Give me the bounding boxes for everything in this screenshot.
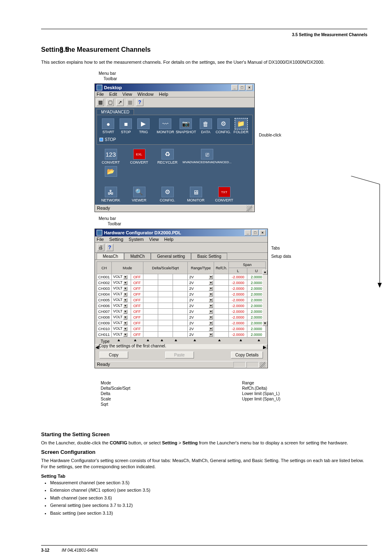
path-icon[interactable]: ⎚MVADVANCED\MVADVANCED... bbox=[182, 149, 232, 164]
toolbar-button[interactable]: ▢ bbox=[106, 99, 114, 106]
cell-range[interactable]: 2V▼ bbox=[188, 326, 214, 332]
cell-off[interactable]: OFF bbox=[131, 297, 143, 303]
cell-mode[interactable]: VOLT▼ bbox=[112, 320, 131, 326]
cell-span-l[interactable]: -2.0000 bbox=[229, 314, 247, 320]
cell-delta[interactable]: DELTA bbox=[143, 274, 158, 280]
config-icon[interactable]: ⚙CONFIG. bbox=[215, 118, 231, 134]
cell-off[interactable]: OFF bbox=[131, 280, 143, 286]
cell-delta[interactable]: DELTA bbox=[143, 309, 158, 314]
cell-delta[interactable]: DELTA bbox=[143, 280, 158, 286]
cell-scale[interactable]: SCALE bbox=[158, 286, 173, 291]
cell-range[interactable]: 2V▼ bbox=[188, 274, 214, 280]
network-icon[interactable]: 🖧NETWORK bbox=[97, 187, 124, 202]
cell-mode[interactable]: VOLT▼ bbox=[112, 314, 131, 320]
cell-sqrt[interactable]: SQRT bbox=[173, 280, 188, 286]
cell-scale[interactable]: SCALE bbox=[158, 291, 173, 297]
cell-sqrt[interactable]: SQRT bbox=[173, 314, 188, 320]
hw-tab[interactable]: MYADVANCED bbox=[97, 109, 134, 115]
tab-mathch[interactable]: MathCh bbox=[124, 253, 151, 259]
menu-system[interactable]: System bbox=[129, 237, 144, 242]
cell-span-u[interactable]: 2.0000 bbox=[247, 326, 266, 332]
cell-off[interactable]: OFF bbox=[131, 314, 143, 320]
menu-help[interactable]: Help bbox=[159, 92, 168, 97]
stop-icon[interactable]: ■STOP bbox=[118, 118, 134, 134]
cell-range[interactable]: 2V▼ bbox=[188, 280, 214, 286]
convert-icon[interactable]: 123CONVERT bbox=[97, 149, 124, 164]
cell-off[interactable]: OFF bbox=[131, 326, 143, 332]
cell-delta[interactable]: DELTA bbox=[143, 303, 158, 309]
cell-sqrt[interactable]: SQRT bbox=[173, 332, 188, 338]
cell-off[interactable]: OFF bbox=[131, 320, 143, 326]
folder-icon[interactable]: 📁FOLDER bbox=[233, 118, 249, 134]
tab-general[interactable]: General setting bbox=[151, 253, 191, 259]
cell-sqrt[interactable]: SQRT bbox=[173, 291, 188, 297]
cell-off[interactable]: OFF bbox=[131, 309, 143, 314]
cell-mode[interactable]: VOLT▼ bbox=[112, 286, 131, 291]
cell-ref[interactable] bbox=[214, 297, 229, 303]
cell-mode[interactable]: VOLT▼ bbox=[112, 274, 131, 280]
toolbar-button[interactable]: ▦ bbox=[126, 99, 134, 106]
cell-range[interactable]: 2V▼ bbox=[188, 303, 214, 309]
cell-span-l[interactable]: -2.0000 bbox=[229, 297, 247, 303]
menu-setting[interactable]: Setting bbox=[109, 237, 123, 242]
viewer-icon[interactable]: 🔍VIEWER bbox=[126, 187, 152, 202]
menu-help[interactable]: Help bbox=[164, 237, 174, 242]
convert-icon[interactable]: EXLCONVERT bbox=[126, 149, 152, 164]
maximize-button[interactable]: □ bbox=[252, 230, 258, 236]
cell-scale[interactable]: SCALE bbox=[158, 309, 173, 314]
cell-span-l[interactable]: -2.0000 bbox=[229, 303, 247, 309]
start-icon[interactable]: ●START bbox=[100, 118, 116, 134]
cell-ref[interactable] bbox=[214, 286, 229, 291]
maximize-button[interactable]: □ bbox=[239, 85, 245, 90]
cell-ref[interactable] bbox=[214, 303, 229, 309]
cell-off[interactable]: OFF bbox=[131, 332, 143, 338]
cell-ref[interactable] bbox=[214, 291, 229, 297]
cell-scale[interactable]: SCALE bbox=[158, 314, 173, 320]
cell-range[interactable]: 2V▼ bbox=[188, 309, 214, 314]
menu-view[interactable]: View bbox=[122, 92, 132, 97]
menu-window[interactable]: Window bbox=[138, 92, 154, 97]
cell-sqrt[interactable]: SQRT bbox=[173, 274, 188, 280]
cell-scale[interactable]: SCALE bbox=[158, 326, 173, 332]
snapshot-icon[interactable]: 📷SNAPSHOT bbox=[176, 118, 196, 134]
scroll-up-icon[interactable]: ▲ bbox=[263, 270, 267, 275]
scroll-right-icon[interactable]: ▶ bbox=[263, 344, 267, 349]
cell-sqrt[interactable]: SQRT bbox=[173, 303, 188, 309]
cell-ref[interactable] bbox=[214, 280, 229, 286]
cell-span-l[interactable]: -2.0000 bbox=[229, 286, 247, 291]
print-button[interactable]: 🖨 bbox=[97, 244, 104, 251]
cell-ref[interactable] bbox=[214, 314, 229, 320]
cell-delta[interactable]: DELTA bbox=[143, 291, 158, 297]
cell-delta[interactable]: DELTA bbox=[143, 326, 158, 332]
menu-file[interactable]: File bbox=[97, 92, 104, 97]
cell-range[interactable]: 2V▼ bbox=[188, 297, 214, 303]
resize-grip-icon[interactable] bbox=[260, 362, 265, 368]
paste-button[interactable]: Paste bbox=[165, 352, 194, 358]
cell-off[interactable]: OFF bbox=[131, 286, 143, 291]
help-button[interactable]: ? bbox=[106, 244, 113, 251]
monitor2-icon[interactable]: 🖥MONITOR bbox=[182, 187, 209, 202]
recycler-icon[interactable]: ♻RECYCLER bbox=[154, 149, 181, 164]
hw-menubar[interactable]: File Setting System View Help bbox=[95, 236, 267, 243]
cell-span-u[interactable]: 2.0000 bbox=[247, 332, 266, 338]
cell-range[interactable]: 2V▼ bbox=[188, 314, 214, 320]
cell-mode[interactable]: VOLT▼ bbox=[112, 303, 131, 309]
cell-scale[interactable]: SCALE bbox=[158, 332, 173, 338]
cell-mode[interactable]: VOLT▼ bbox=[112, 326, 131, 332]
cell-ref[interactable] bbox=[214, 274, 229, 280]
cell-span-l[interactable]: -2.0000 bbox=[229, 291, 247, 297]
cell-delta[interactable]: DELTA bbox=[143, 332, 158, 338]
cell-delta[interactable]: DELTA bbox=[143, 320, 158, 326]
cell-ref[interactable] bbox=[214, 320, 229, 326]
trig-icon[interactable]: ▶TRIG bbox=[136, 118, 152, 134]
cell-range[interactable]: 2V▼ bbox=[188, 286, 214, 291]
monitor-icon[interactable]: 〰MONITOR bbox=[157, 118, 174, 134]
cell-span-l[interactable]: -2.0000 bbox=[229, 326, 247, 332]
copy-button[interactable]: Copy bbox=[99, 352, 128, 358]
convert-txt-icon[interactable]: TXTCONVERT bbox=[211, 187, 238, 202]
cell-mode[interactable]: VOLT▼ bbox=[112, 309, 131, 314]
cell-off[interactable]: OFF bbox=[131, 291, 143, 297]
folder-open-icon[interactable]: 📂 bbox=[97, 166, 124, 182]
menu-edit[interactable]: Edit bbox=[109, 92, 117, 97]
cell-sqrt[interactable]: SQRT bbox=[173, 309, 188, 314]
